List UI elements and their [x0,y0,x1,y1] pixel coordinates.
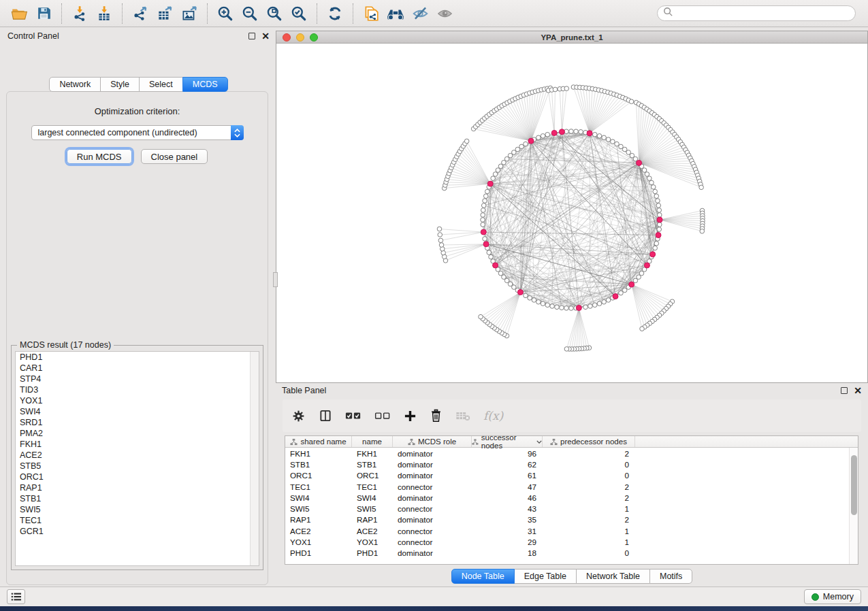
cell-successor-nodes[interactable]: 43 [472,503,543,514]
import-table-icon[interactable] [92,3,116,24]
table-row[interactable]: PHD1PHD1dominator180 [285,548,858,559]
mcds-result-item[interactable]: PMA2 [16,428,259,439]
cell-predecessor-nodes[interactable]: 2 [543,492,635,503]
table-row[interactable]: FKH1FKH1dominator962 [285,448,858,459]
table-tab-node-table[interactable]: Node Table [451,569,515,584]
mcds-result-item[interactable]: CAR1 [16,363,259,374]
column-header-name[interactable]: name [352,436,393,447]
network-canvas[interactable] [276,44,867,382]
delete-column-icon[interactable] [430,409,443,423]
table-row[interactable]: ORC1ORC1dominator610 [285,470,858,481]
mcds-result-item[interactable]: ORC1 [16,472,259,482]
cell-successor-nodes[interactable]: 35 [472,514,543,525]
open-session-icon[interactable] [7,3,31,24]
cell-mcds-role[interactable]: dominator [393,492,472,503]
mcds-result-item[interactable]: RAP1 [16,482,259,493]
cell-predecessor-nodes[interactable]: 2 [543,448,635,459]
network-from-clipboard-icon[interactable] [359,3,383,24]
export-image-icon[interactable] [177,3,202,24]
table-row[interactable]: TEC1TEC1connector472 [285,481,858,492]
cell-predecessor-nodes[interactable]: 0 [543,470,635,481]
table-scrollbar[interactable] [849,448,858,564]
table-tab-motifs[interactable]: Motifs [649,569,692,584]
panel-divider-handle[interactable] [273,272,278,287]
cell-shared-name[interactable]: FKH1 [285,448,352,459]
cell-name[interactable]: PHD1 [352,548,393,559]
maximize-window-icon[interactable] [310,33,318,42]
first-neighbors-icon[interactable] [383,3,408,24]
cell-name[interactable]: FKH1 [352,448,393,459]
column-header-predecessor-nodes[interactable]: predecessor nodes [543,436,635,447]
table-row[interactable]: ACE2ACE2connector311 [285,525,858,536]
cell-name[interactable]: ACE2 [352,525,393,536]
minimize-window-icon[interactable] [296,33,304,42]
cell-shared-name[interactable]: TEC1 [285,481,352,492]
cell-mcds-role[interactable]: connector [393,525,472,536]
column-header-shared-name[interactable]: shared name [285,436,352,447]
tab-mcds[interactable]: MCDS [182,77,228,92]
cell-successor-nodes[interactable]: 61 [472,470,543,481]
table-row[interactable]: STB1STB1dominator620 [285,459,858,469]
cell-mcds-role[interactable]: dominator [393,548,472,559]
refresh-icon[interactable] [323,3,347,24]
mcds-result-list[interactable]: PHD1CAR1STP4TID3YOX1SWI4SRD1PMA2FKH1ACE2… [15,351,259,566]
mcds-result-item[interactable]: TID3 [16,384,259,395]
save-session-icon[interactable] [31,3,56,24]
cell-name[interactable]: STB1 [352,459,393,469]
cell-successor-nodes[interactable]: 29 [472,536,543,547]
column-header-mcds-role[interactable]: MCDS role [393,436,472,447]
cell-shared-name[interactable]: RAP1 [285,514,352,525]
mcds-result-item[interactable]: SRD1 [16,417,259,428]
deselect-all-columns-icon[interactable] [374,410,391,421]
memory-button[interactable]: Memory [804,589,861,604]
column-layout-icon[interactable] [319,409,332,423]
settings-gear-icon[interactable] [291,409,306,423]
cell-mcds-role[interactable]: connector [393,481,472,492]
table-tab-network-table[interactable]: Network Table [576,569,650,584]
cell-shared-name[interactable]: YOX1 [285,536,352,547]
fan-nodes[interactable] [437,85,705,352]
float-panel-icon[interactable] [248,33,255,39]
cell-shared-name[interactable]: ACE2 [285,525,352,536]
cell-successor-nodes[interactable]: 62 [472,459,543,469]
hide-selected-icon[interactable] [408,3,432,24]
table-row[interactable]: SWI4SWI4dominator462 [285,492,858,503]
export-table-icon[interactable] [152,3,177,24]
float-table-panel-icon[interactable] [841,387,848,394]
mcds-result-item[interactable]: TEC1 [16,515,259,526]
close-window-icon[interactable] [283,33,291,42]
cell-successor-nodes[interactable]: 31 [472,525,543,536]
cell-name[interactable]: SWI5 [352,503,393,514]
cell-mcds-role[interactable]: connector [393,536,472,547]
cell-shared-name[interactable]: SWI5 [285,503,352,514]
cell-successor-nodes[interactable]: 18 [472,548,543,559]
mcds-result-item[interactable]: STB1 [16,493,259,504]
cell-mcds-role[interactable]: dominator [393,448,472,459]
cell-mcds-role[interactable]: connector [393,503,472,514]
cell-name[interactable]: RAP1 [352,514,393,525]
criterion-select[interactable]: largest connected component (undirected) [31,125,244,140]
cell-successor-nodes[interactable]: 47 [472,481,543,492]
select-all-columns-icon[interactable] [345,410,361,421]
mcds-result-item[interactable]: YOX1 [16,395,259,406]
cell-predecessor-nodes[interactable]: 0 [543,548,635,559]
show-panels-list-icon[interactable] [7,589,25,604]
mcds-result-item[interactable]: GCR1 [16,526,259,537]
import-network-icon[interactable] [67,3,92,24]
tab-style[interactable]: Style [100,77,140,92]
close-table-panel-icon[interactable]: ✕ [854,387,862,394]
table-row[interactable]: YOX1YOX1connector291 [285,536,858,547]
result-scrollbar[interactable] [250,352,259,565]
zoom-fit-icon[interactable] [262,3,287,24]
cell-name[interactable]: YOX1 [352,536,393,547]
zoom-in-icon[interactable] [213,3,238,24]
mcds-result-item[interactable]: FKH1 [16,439,259,450]
cell-name[interactable]: ORC1 [352,470,393,481]
node-table[interactable]: shared namenameMCDS rolesuccessor nodesp… [285,435,858,565]
cell-predecessor-nodes[interactable]: 2 [543,481,635,492]
cell-mcds-role[interactable]: dominator [393,459,472,469]
table-row[interactable]: SWI5SWI5connector431 [285,503,858,514]
table-scrollbar-thumb[interactable] [851,455,857,515]
close-panel-icon[interactable]: ✕ [261,33,270,39]
add-column-icon[interactable] [404,410,417,423]
